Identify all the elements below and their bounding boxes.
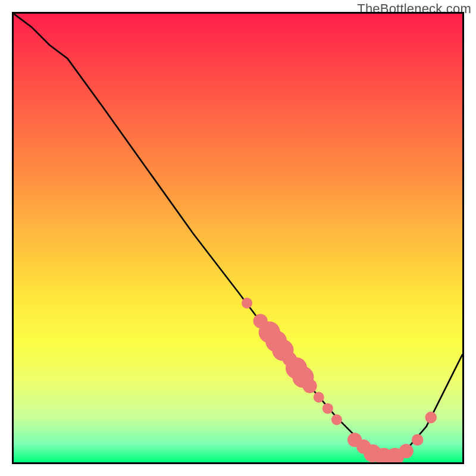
curve-marker	[242, 298, 252, 308]
curve-markers	[242, 298, 437, 462]
curve-marker	[412, 434, 424, 446]
bottleneck-curve	[14, 14, 462, 458]
plot-area	[12, 12, 464, 464]
curve-marker	[314, 392, 324, 403]
curve-marker	[322, 403, 333, 414]
curve-marker	[331, 414, 342, 425]
curve-svg	[14, 14, 462, 462]
curve-marker	[399, 444, 414, 458]
curve-marker	[303, 379, 317, 393]
curve-marker	[425, 412, 437, 424]
chart-canvas: TheBottleneck.com	[0, 0, 476, 476]
